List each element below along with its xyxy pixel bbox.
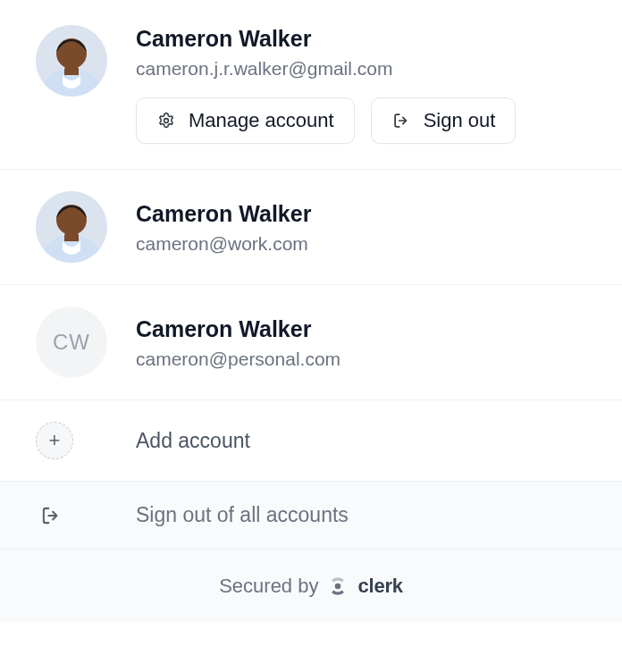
clerk-logo-icon [327,575,349,597]
account-avatar-initials: CW [36,307,107,378]
sign-out-all-row[interactable]: Sign out of all accounts [0,482,622,550]
clerk-wordmark: clerk [357,575,402,598]
active-account-avatar [36,25,107,97]
avatar-column: CW [36,307,136,378]
sign-out-icon [391,111,411,130]
add-account-label: Add account [136,429,586,453]
active-account-name: Cameron Walker [136,25,586,53]
sign-out-button[interactable]: Sign out [371,97,517,144]
active-account-actions: Manage account Sign out [136,97,586,144]
sign-out-icon [39,504,63,527]
secured-by-text: Secured by [219,575,318,598]
active-account-email: cameron.j.r.walker@gmail.com [136,58,586,80]
other-account-row[interactable]: CW Cameron Walker cameron@personal.com [0,285,622,400]
manage-account-label: Manage account [189,109,334,132]
icon-column: + [36,422,136,459]
plus-icon: + [36,422,73,459]
brand-footer: Secured by clerk [0,550,622,623]
gear-icon [156,111,176,130]
avatar-column [36,191,136,263]
avatar-column [36,25,136,97]
sign-out-label: Sign out [424,109,496,132]
active-account-section: Cameron Walker cameron.j.r.walker@gmail.… [0,0,622,170]
account-email: cameron@work.com [136,233,586,255]
sign-out-all-label: Sign out of all accounts [136,503,586,527]
icon-column [36,504,136,527]
account-switcher-panel: Cameron Walker cameron.j.r.walker@gmail.… [0,0,622,623]
account-name: Cameron Walker [136,200,586,228]
manage-account-button[interactable]: Manage account [136,97,355,144]
sign-out-all-label-wrap: Sign out of all accounts [136,503,586,527]
active-account-info: Cameron Walker cameron.j.r.walker@gmail.… [136,25,586,144]
account-name: Cameron Walker [136,315,586,343]
account-info: Cameron Walker cameron@personal.com [136,315,586,370]
other-account-row[interactable]: Cameron Walker cameron@work.com [0,170,622,285]
account-email: cameron@personal.com [136,349,586,370]
account-avatar [36,191,107,263]
add-account-row[interactable]: + Add account [0,400,622,482]
add-account-label-wrap: Add account [136,429,586,453]
account-info: Cameron Walker cameron@work.com [136,200,586,255]
